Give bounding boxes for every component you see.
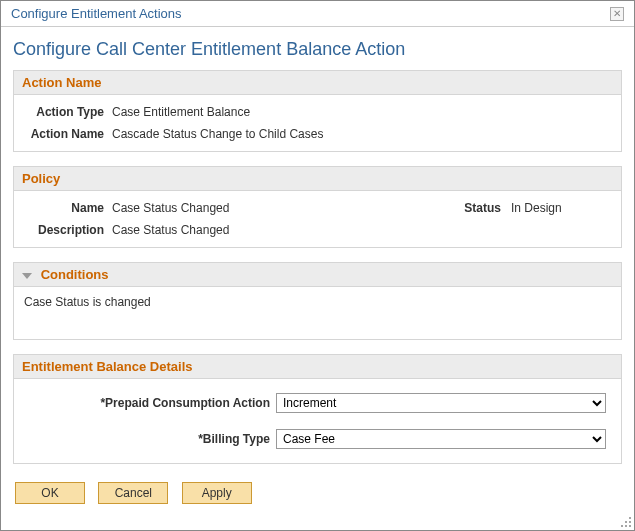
policy-description-row: Description Case Status Changed — [24, 219, 611, 241]
billing-type-row: *Billing Type Case Fee — [24, 421, 611, 457]
prepaid-action-label: *Prepaid Consumption Action — [24, 396, 276, 410]
balance-details-header: Entitlement Balance Details — [14, 355, 621, 379]
prepaid-action-row: *Prepaid Consumption Action Increment — [24, 385, 611, 421]
action-name-panel: Action Name Action Type Case Entitlement… — [13, 70, 622, 152]
action-name-value: Cascade Status Change to Child Cases — [112, 127, 323, 141]
action-name-label: Action Name — [24, 127, 112, 141]
conditions-body: Case Status is changed — [14, 287, 621, 339]
svg-point-2 — [629, 521, 631, 523]
policy-name-value: Case Status Changed — [112, 201, 464, 215]
policy-description-label: Description — [24, 223, 112, 237]
action-type-row: Action Type Case Entitlement Balance — [24, 101, 611, 123]
dialog-title: Configure Entitlement Actions — [11, 6, 182, 21]
action-type-label: Action Type — [24, 105, 112, 119]
policy-header: Policy — [14, 167, 621, 191]
cancel-button[interactable]: Cancel — [98, 482, 168, 504]
conditions-text: Case Status is changed — [24, 295, 151, 309]
svg-point-1 — [625, 521, 627, 523]
page-title: Configure Call Center Entitlement Balanc… — [13, 39, 622, 60]
action-type-value: Case Entitlement Balance — [112, 105, 250, 119]
ok-button[interactable]: OK — [15, 482, 85, 504]
action-name-body: Action Type Case Entitlement Balance Act… — [14, 95, 621, 151]
svg-point-5 — [629, 525, 631, 527]
button-bar: OK Cancel Apply — [13, 478, 622, 508]
dialog-window: Configure Entitlement Actions ✕ Configur… — [0, 0, 635, 531]
conditions-header[interactable]: Conditions — [14, 263, 621, 287]
dialog-content: Configure Call Center Entitlement Balanc… — [1, 27, 634, 518]
policy-status-label: Status — [464, 201, 511, 215]
resize-grip-icon[interactable] — [620, 516, 632, 528]
policy-description-value: Case Status Changed — [112, 223, 611, 237]
prepaid-action-select[interactable]: Increment — [276, 393, 606, 413]
action-name-header: Action Name — [14, 71, 621, 95]
policy-name-label: Name — [24, 201, 112, 215]
apply-button[interactable]: Apply — [182, 482, 252, 504]
action-name-row: Action Name Cascade Status Change to Chi… — [24, 123, 611, 145]
svg-point-4 — [625, 525, 627, 527]
policy-body: Name Case Status Changed Status In Desig… — [14, 191, 621, 247]
title-bar: Configure Entitlement Actions ✕ — [1, 1, 634, 27]
policy-panel: Policy Name Case Status Changed Status I… — [13, 166, 622, 248]
balance-details-body: *Prepaid Consumption Action Increment *B… — [14, 379, 621, 463]
billing-type-label: *Billing Type — [24, 432, 276, 446]
policy-status-value: In Design — [511, 201, 611, 215]
policy-name-row: Name Case Status Changed Status In Desig… — [24, 197, 611, 219]
svg-point-3 — [621, 525, 623, 527]
svg-point-0 — [629, 517, 631, 519]
chevron-down-icon — [22, 273, 32, 279]
conditions-header-label: Conditions — [41, 267, 109, 282]
conditions-panel: Conditions Case Status is changed — [13, 262, 622, 340]
balance-details-panel: Entitlement Balance Details *Prepaid Con… — [13, 354, 622, 464]
billing-type-select[interactable]: Case Fee — [276, 429, 606, 449]
close-icon[interactable]: ✕ — [610, 7, 624, 21]
